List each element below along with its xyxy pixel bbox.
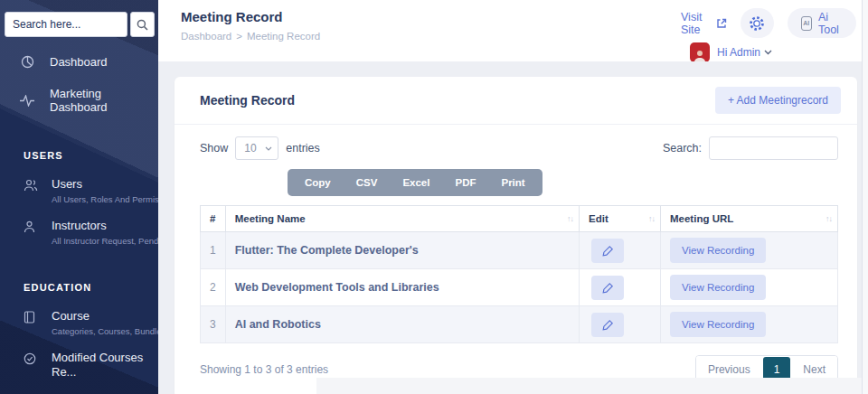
avatar[interactable] — [690, 42, 710, 62]
export-csv-button[interactable]: CSV — [344, 171, 391, 194]
breadcrumb: Dashboard>Meeting Record — [181, 31, 325, 42]
table-row: 1 Flutter: The Complete Developer's — [201, 232, 838, 269]
user-icon — [24, 219, 37, 246]
ai-tool-button[interactable]: AI Ai Tool — [788, 8, 857, 38]
sidebar-item-instructors[interactable]: Instructors All Instructor Request, Pend… — [0, 213, 158, 255]
breadcrumb-separator: > — [236, 31, 242, 42]
entries-select-value: 10 — [244, 142, 256, 155]
edit-button[interactable] — [591, 313, 624, 337]
sidebar-item-course[interactable]: Course Categories, Courses, Bundle Co... — [0, 304, 158, 345]
add-meetingrecord-label: Add Meetingrecord — [737, 94, 828, 107]
sidebar-item-label: Course — [52, 309, 158, 324]
sort-icon: ↑↓ — [826, 214, 832, 223]
settings-button[interactable] — [741, 8, 774, 38]
visit-site-link[interactable]: Visit Site — [681, 11, 727, 36]
card-title: Meeting Record — [200, 93, 295, 108]
table-row: 2 Web Development Tools and Libraries — [201, 269, 838, 306]
pie-chart-icon — [20, 55, 34, 69]
sidebar-item-label: Dashboard — [50, 55, 108, 69]
chevron-down-icon — [764, 50, 772, 55]
ai-tool-label: Ai Tool — [818, 11, 843, 36]
meeting-name: Flutter: The Complete Developer's — [225, 232, 579, 269]
content-area: Meeting Record + Add Meetingrecord Show … — [158, 61, 868, 394]
plus-icon: + — [728, 94, 734, 107]
ai-chip-icon: AI — [801, 16, 812, 31]
sidebar-divider — [0, 255, 158, 278]
sidebar-item-ebooks[interactable]: Ebooks Ebook, Category, Reviews, Orde... — [0, 389, 158, 394]
export-print-button[interactable]: Print — [488, 171, 537, 194]
sort-icon: ↑↓ — [648, 214, 655, 223]
col-header-meeting-url[interactable]: Meeting URL ↑↓ — [661, 206, 838, 232]
topbar: Meeting Record Dashboard>Meeting Record … — [158, 0, 868, 61]
gear-icon — [748, 14, 766, 33]
sidebar-item-sub: All Instructor Request, Pending... — [52, 236, 158, 246]
pencil-icon — [602, 282, 614, 294]
breadcrumb-parent[interactable]: Dashboard — [181, 31, 231, 42]
sidebar-item-label: Modified Courses Re... — [52, 351, 153, 380]
chevron-down-icon — [265, 146, 272, 151]
export-button-group: Copy CSV Excel PDF Print — [288, 169, 542, 196]
sort-icon: ↑↓ — [567, 214, 573, 223]
sidebar: Dashboard Marketing Dashboard USERS User… — [0, 0, 158, 394]
users-icon — [24, 177, 37, 204]
sidebar-search-button[interactable] — [130, 12, 155, 37]
col-header-index[interactable]: # — [201, 206, 226, 232]
export-pdf-button[interactable]: PDF — [442, 171, 488, 194]
meeting-name: Web Development Tools and Libraries — [225, 269, 579, 306]
pencil-icon — [602, 319, 614, 331]
table-search-label: Search: — [663, 142, 702, 155]
meeting-record-card: Meeting Record + Add Meetingrecord Show … — [175, 77, 857, 394]
sidebar-item-label: Instructors — [52, 219, 158, 233]
export-excel-button[interactable]: Excel — [390, 171, 442, 194]
sidebar-item-dashboard[interactable]: Dashboard — [0, 46, 158, 78]
greeting-label: Hi Admin — [717, 46, 760, 59]
edit-button[interactable] — [591, 276, 624, 300]
table-row: 3 AI and Robotics — [201, 306, 838, 343]
show-label: Show — [200, 142, 228, 155]
meeting-record-table: # Meeting Name ↑↓ Edit ↑↓ Meeting URL — [200, 205, 838, 343]
table-search-input[interactable] — [709, 136, 838, 160]
view-recording-button[interactable]: View Recording — [670, 275, 766, 300]
book-icon — [24, 309, 37, 336]
row-index: 2 — [201, 269, 226, 306]
breadcrumb-current: Meeting Record — [247, 31, 320, 42]
add-meetingrecord-button[interactable]: + Add Meetingrecord — [715, 87, 841, 114]
col-header-meeting-name[interactable]: Meeting Name ↑↓ — [225, 206, 579, 232]
table-info: Showing 1 to 3 of 3 entries — [200, 363, 328, 376]
sidebar-section-education: EDUCATION — [0, 278, 158, 304]
check-circle-icon — [24, 351, 37, 380]
entries-select[interactable]: 10 — [235, 136, 278, 160]
sidebar-item-sub: All Users, Roles And Permission — [52, 194, 158, 204]
sidebar-search — [0, 0, 158, 46]
row-index: 3 — [201, 306, 226, 343]
sidebar-divider — [0, 123, 158, 146]
footer-strip — [316, 378, 862, 394]
page-title: Meeting Record — [181, 9, 325, 24]
search-icon — [137, 19, 148, 31]
entries-label: entries — [286, 142, 320, 155]
export-copy-button[interactable]: Copy — [292, 171, 344, 194]
view-recording-button[interactable]: View Recording — [670, 312, 766, 337]
meeting-name: AI and Robotics — [225, 306, 579, 343]
pencil-icon — [602, 245, 614, 257]
sidebar-item-sub: Categories, Courses, Bundle Co... — [52, 326, 158, 336]
view-recording-button[interactable]: View Recording — [670, 238, 766, 263]
external-link-icon — [716, 18, 727, 29]
edit-button[interactable] — [591, 239, 624, 263]
sidebar-item-label: Marketing Dashboard — [50, 87, 151, 114]
row-index: 1 — [201, 232, 226, 269]
user-menu[interactable]: Hi Admin — [717, 46, 772, 59]
sidebar-item-marketing-dashboard[interactable]: Marketing Dashboard — [0, 78, 158, 123]
sidebar-section-users: USERS — [0, 146, 158, 172]
page-scrollbar[interactable] — [862, 0, 868, 394]
sidebar-item-label: Users — [52, 177, 158, 192]
sidebar-item-users[interactable]: Users All Users, Roles And Permission — [0, 172, 158, 213]
visit-site-label: Visit Site — [681, 11, 712, 36]
col-header-edit[interactable]: Edit ↑↓ — [580, 206, 661, 232]
sidebar-search-input[interactable] — [5, 12, 127, 37]
activity-icon — [20, 95, 34, 107]
sidebar-item-modified-courses[interactable]: Modified Courses Re... — [0, 345, 158, 389]
